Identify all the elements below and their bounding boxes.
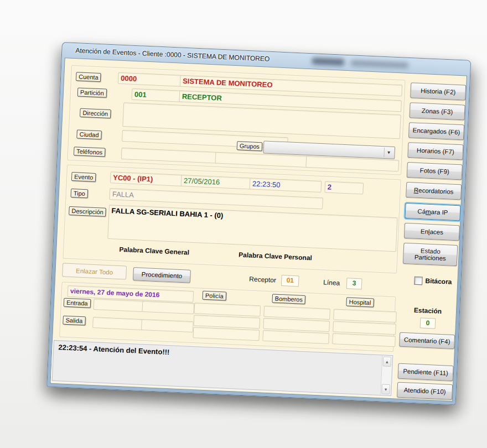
scroll-down-icon[interactable]: ▼ (381, 384, 390, 394)
estado-particiones-button[interactable]: Estado Particiones (403, 243, 458, 266)
client-area: Cuenta 0000 SISTEMA DE MONITOREO Partici… (50, 58, 467, 402)
zonas-button[interactable]: Zonas (F3) (410, 102, 465, 120)
tipo-label: Tipo (71, 189, 89, 198)
identification-group: Cuenta 0000 SISTEMA DE MONITOREO Partici… (68, 65, 406, 175)
estacion-label: Estación (401, 306, 455, 316)
entrada-field-2[interactable] (142, 301, 194, 314)
bomberos-field-2[interactable] (263, 318, 330, 332)
evento-label: Evento (71, 172, 96, 182)
recordatorios-button[interactable]: Recordatorios (406, 182, 462, 200)
bomberos-label: Bomberos (272, 294, 305, 304)
pendiente-button[interactable]: Pendiente (F11) (398, 363, 454, 381)
policia-field-1[interactable] (194, 303, 261, 316)
enlazar-todo-button[interactable]: Enlazar Todo (62, 263, 127, 279)
particion-label: Partición (77, 87, 107, 97)
policia-label: Policía (203, 291, 227, 301)
policia-field-3[interactable] (193, 327, 260, 341)
bomberos-field-3[interactable] (262, 330, 329, 344)
evento-codigo-field[interactable]: YC00 - (IP1) (110, 171, 184, 186)
camara-ip-button[interactable]: Cámara IP (405, 203, 460, 221)
cuenta-label: Cuenta (76, 72, 101, 82)
policia-field-2[interactable] (193, 315, 260, 329)
hospital-field-2[interactable] (333, 321, 396, 335)
dispatch-group: viernes, 27 de mayo de 2016 Policía Bomb… (59, 282, 396, 352)
palabra-clave-general-label: Palabra Clave General (119, 246, 189, 257)
log-entry: 22:23:54 - Atención del Evento!!! (58, 343, 170, 356)
entrada-label: Entrada (64, 298, 91, 308)
direccion-label: Dirección (80, 108, 111, 118)
glass-reflection (312, 58, 344, 66)
log-scrollbar[interactable]: ▲ ▼ (380, 356, 392, 395)
horarios-button[interactable]: Horarios (F7) (407, 142, 463, 160)
receptor-label: Receptor (249, 275, 276, 284)
descripcion-field[interactable]: FALLA SG-SERIALI BAHIA 1 - (0) (107, 205, 397, 252)
bomberos-field-1[interactable] (263, 306, 330, 320)
telefono1-field[interactable] (121, 148, 218, 164)
event-group: Evento YC00 - (IP1) 27/05/2016 22:23:50 … (63, 165, 401, 274)
descripcion-label: Descripción (69, 206, 106, 217)
telefonos-label: Teléfonos (74, 147, 106, 157)
palabra-clave-personal-label: Palabra Clave Personal (239, 251, 312, 262)
historia-button[interactable]: Historia (F2) (410, 82, 466, 100)
scroll-up-icon[interactable]: ▲ (382, 356, 391, 367)
ciudad-label: Ciudad (76, 129, 102, 139)
salida-field-1[interactable] (92, 317, 145, 330)
encargados-button[interactable]: Encargados (F6) (408, 122, 464, 140)
atendido-button[interactable]: Atendido (F10) (397, 382, 453, 400)
salida-label: Salida (63, 316, 85, 326)
desktop-background: Atención de Eventos - Cliente :0000 - SI… (0, 0, 487, 448)
evento-hora-field[interactable]: 22:23:50 (249, 178, 322, 192)
linea-value-field: 3 (346, 278, 362, 289)
app-window: Atención de Eventos - Cliente :0000 - SI… (46, 42, 471, 405)
bitacora-label: Bitácora (425, 277, 452, 286)
comentario-button[interactable]: Comentario (F4) (399, 332, 455, 349)
particion-field[interactable]: 001 (131, 88, 184, 102)
bitacora-checkbox[interactable] (414, 277, 423, 285)
estacion-value-field: 0 (420, 317, 436, 329)
cuenta-field[interactable]: 0000 (118, 72, 183, 87)
linea-label: Línea (323, 278, 340, 286)
entrada-field-1[interactable] (94, 299, 146, 312)
grupos-label: Grupos (237, 141, 263, 151)
fotos-button[interactable]: Fotos (F9) (407, 162, 463, 180)
glass-reflection (351, 60, 408, 69)
evento-numero-field[interactable]: 2 (324, 181, 364, 194)
hospital-field-3[interactable] (332, 333, 396, 347)
hospital-field-1[interactable] (333, 309, 397, 322)
procedimiento-button[interactable]: Procedimiento (133, 267, 191, 283)
enlaces-button[interactable]: Enlaces (404, 223, 460, 241)
evento-fecha-field[interactable]: 27/05/2016 (181, 175, 252, 190)
salida-field-2[interactable] (141, 319, 194, 332)
receptor-value-field: 01 (281, 275, 299, 286)
chevron-down-icon[interactable]: ▼ (384, 148, 393, 158)
hospital-label: Hospital (346, 297, 374, 307)
